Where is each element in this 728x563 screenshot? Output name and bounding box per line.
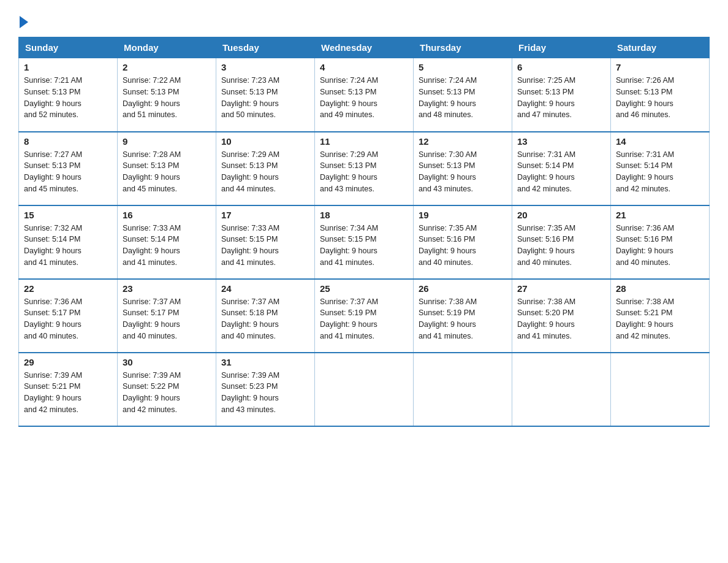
sunset-time: 5:13 PM: [52, 88, 81, 96]
sunrise-label: Sunrise:: [320, 76, 350, 85]
daylight-label: Daylight: 9 hours: [24, 173, 82, 182]
sunrise-label: Sunrise:: [616, 150, 646, 159]
daylight-label: Daylight: 9 hours: [320, 320, 377, 329]
sunset-label: Sunset:: [616, 88, 644, 96]
daylight-label: Daylight: 9 hours: [419, 247, 476, 255]
sunset-time: 5:21 PM: [52, 382, 81, 391]
table-row: 26 Sunrise: 7:38 AM Sunset: 5:19 PM Dayl…: [414, 279, 512, 353]
sunrise-label: Sunrise:: [616, 297, 646, 306]
sunset-time: 5:16 PM: [447, 235, 476, 243]
table-row: 30 Sunrise: 7:39 AM Sunset: 5:22 PM Dayl…: [118, 353, 216, 426]
daylight-minutes: and 42 minutes.: [616, 185, 670, 193]
day-info: Sunrise: 7:33 AM Sunset: 5:15 PM Dayligh…: [221, 223, 309, 269]
sunrise-label: Sunrise:: [221, 224, 251, 232]
daylight-label: Daylight: 9 hours: [24, 99, 82, 108]
sunset-time: 5:13 PM: [249, 161, 278, 170]
table-row: 5 Sunrise: 7:24 AM Sunset: 5:13 PM Dayli…: [414, 58, 512, 132]
sunrise-time: 7:35 AM: [449, 224, 477, 232]
day-info: Sunrise: 7:29 AM Sunset: 5:13 PM Dayligh…: [221, 149, 309, 195]
sunset-time: 5:16 PM: [644, 235, 673, 243]
day-number: 9: [123, 136, 211, 147]
logo: [18, 12, 28, 26]
daylight-minutes: and 47 minutes.: [517, 110, 572, 119]
sunrise-label: Sunrise:: [24, 371, 54, 380]
sunset-label: Sunset:: [517, 161, 545, 170]
daylight-label: Daylight: 9 hours: [123, 394, 180, 402]
sunset-label: Sunset:: [123, 382, 151, 391]
sunrise-time: 7:39 AM: [153, 371, 181, 380]
sunset-label: Sunset:: [419, 308, 447, 317]
daylight-minutes: and 45 minutes.: [24, 185, 78, 193]
daylight-label: Daylight: 9 hours: [123, 320, 180, 329]
table-row: 4 Sunrise: 7:24 AM Sunset: 5:13 PM Dayli…: [315, 58, 414, 132]
day-info: Sunrise: 7:26 AM Sunset: 5:13 PM Dayligh…: [616, 75, 704, 121]
sunset-time: 5:23 PM: [249, 382, 278, 391]
sunrise-label: Sunrise:: [517, 150, 547, 159]
calendar-body: 1 Sunrise: 7:21 AM Sunset: 5:13 PM Dayli…: [19, 58, 710, 426]
day-number: 10: [221, 136, 309, 147]
column-header-sunday: Sunday: [19, 37, 118, 58]
sunrise-label: Sunrise:: [221, 297, 251, 306]
sunset-time: 5:18 PM: [249, 308, 278, 317]
sunrise-label: Sunrise:: [616, 224, 646, 232]
daylight-minutes: and 40 minutes.: [517, 258, 572, 267]
daylight-label: Daylight: 9 hours: [24, 394, 82, 402]
day-number: 4: [320, 62, 408, 72]
column-header-monday: Monday: [118, 37, 216, 58]
day-info: Sunrise: 7:36 AM Sunset: 5:16 PM Dayligh…: [616, 223, 704, 269]
sunrise-label: Sunrise:: [419, 76, 449, 85]
sunset-time: 5:13 PM: [151, 161, 180, 170]
daylight-label: Daylight: 9 hours: [221, 173, 279, 182]
sunrise-time: 7:23 AM: [251, 76, 279, 85]
daylight-label: Daylight: 9 hours: [24, 320, 82, 329]
day-number: 19: [419, 210, 507, 220]
day-number: 1: [24, 62, 112, 72]
sunset-label: Sunset:: [123, 88, 151, 96]
daylight-label: Daylight: 9 hours: [419, 99, 476, 108]
day-number: 15: [24, 210, 112, 220]
sunrise-time: 7:25 AM: [547, 76, 575, 85]
sunset-time: 5:13 PM: [644, 88, 673, 96]
sunrise-label: Sunrise:: [24, 150, 54, 159]
day-number: 30: [123, 357, 211, 367]
calendar-week-2: 8 Sunrise: 7:27 AM Sunset: 5:13 PM Dayli…: [19, 132, 710, 205]
sunset-time: 5:13 PM: [249, 88, 278, 96]
sunset-time: 5:17 PM: [151, 308, 180, 317]
daylight-label: Daylight: 9 hours: [517, 99, 575, 108]
table-row: 15 Sunrise: 7:32 AM Sunset: 5:14 PM Dayl…: [19, 205, 118, 279]
table-row: 23 Sunrise: 7:37 AM Sunset: 5:17 PM Dayl…: [118, 279, 216, 353]
daylight-minutes: and 43 minutes.: [419, 185, 473, 193]
calendar-week-1: 1 Sunrise: 7:21 AM Sunset: 5:13 PM Dayli…: [19, 58, 710, 132]
sunset-label: Sunset:: [320, 235, 348, 243]
sunset-time: 5:22 PM: [151, 382, 180, 391]
daylight-label: Daylight: 9 hours: [221, 394, 279, 402]
daylight-minutes: and 40 minutes.: [419, 258, 473, 267]
daylight-label: Daylight: 9 hours: [616, 320, 673, 329]
column-header-saturday: Saturday: [611, 37, 710, 58]
sunrise-time: 7:34 AM: [350, 224, 378, 232]
sunset-label: Sunset:: [24, 308, 52, 317]
daylight-minutes: and 43 minutes.: [320, 185, 374, 193]
table-row: 8 Sunrise: 7:27 AM Sunset: 5:13 PM Dayli…: [19, 132, 118, 205]
column-header-thursday: Thursday: [414, 37, 512, 58]
daylight-label: Daylight: 9 hours: [320, 173, 377, 182]
daylight-minutes: and 42 minutes.: [123, 405, 177, 414]
day-number: 27: [517, 283, 605, 294]
sunrise-label: Sunrise:: [320, 297, 350, 306]
day-info: Sunrise: 7:24 AM Sunset: 5:13 PM Dayligh…: [419, 75, 507, 121]
sunrise-time: 7:39 AM: [54, 371, 82, 380]
day-info: Sunrise: 7:39 AM Sunset: 5:21 PM Dayligh…: [24, 370, 112, 416]
sunset-label: Sunset:: [221, 382, 249, 391]
table-row: [512, 353, 611, 426]
daylight-minutes: and 41 minutes.: [221, 258, 276, 267]
sunrise-time: 7:21 AM: [54, 76, 82, 85]
table-row: 11 Sunrise: 7:29 AM Sunset: 5:13 PM Dayl…: [315, 132, 414, 205]
daylight-minutes: and 48 minutes.: [419, 110, 473, 119]
sunset-label: Sunset:: [616, 308, 644, 317]
day-info: Sunrise: 7:21 AM Sunset: 5:13 PM Dayligh…: [24, 75, 112, 121]
sunset-label: Sunset:: [221, 308, 249, 317]
sunset-label: Sunset:: [320, 88, 348, 96]
table-row: 12 Sunrise: 7:30 AM Sunset: 5:13 PM Dayl…: [414, 132, 512, 205]
day-number: 17: [221, 210, 309, 220]
sunrise-time: 7:38 AM: [646, 297, 674, 306]
